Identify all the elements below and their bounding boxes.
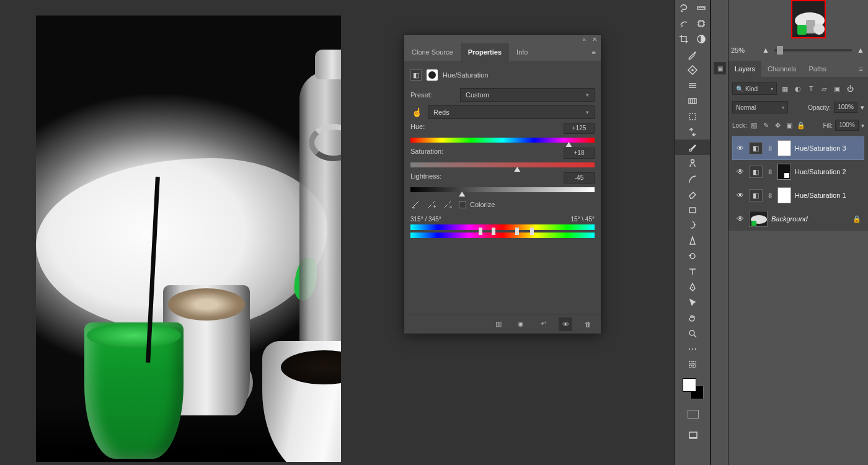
lightness-slider[interactable] <box>410 186 595 193</box>
lock-image-icon[interactable]: ✎ <box>761 121 771 130</box>
layer-mask-icon[interactable] <box>427 69 438 81</box>
visibility-toggle-icon[interactable]: 👁 <box>735 144 745 153</box>
filter-smart-icon[interactable]: ▣ <box>832 84 842 94</box>
channel-dropdown[interactable]: Reds ▾ <box>428 105 595 119</box>
fill-tool-icon[interactable] <box>675 202 710 217</box>
saturation-slider[interactable] <box>410 161 595 169</box>
close-panel-icon[interactable]: ✕ <box>592 36 597 43</box>
saturation-value-input[interactable]: +18 <box>564 148 595 159</box>
fill-value-input[interactable]: 100% <box>835 120 859 131</box>
collapsed-panel-icon[interactable]: ▣ <box>714 62 726 74</box>
history-brush-tool-icon[interactable] <box>675 170 710 186</box>
zoom-thumb[interactable] <box>777 46 783 55</box>
path-select-tool-icon[interactable] <box>675 294 710 310</box>
eyedropper-tool-icon[interactable] <box>675 46 710 62</box>
colorize-checkbox[interactable]: Colorize <box>459 201 495 208</box>
tab-channels[interactable]: Channels <box>761 61 802 77</box>
filter-type-icon[interactable]: T <box>806 84 816 94</box>
eyedropper-subtract-icon[interactable] <box>443 200 453 210</box>
foreground-color-swatch[interactable] <box>683 378 696 392</box>
opacity-value-input[interactable]: 100% <box>834 102 857 113</box>
document-canvas[interactable] <box>36 16 341 462</box>
filter-toggle-icon[interactable]: ⏻ <box>845 84 855 94</box>
delete-adjustment-button[interactable]: 🗑 <box>581 317 595 331</box>
layer-name[interactable]: Hue/Saturation 2 <box>795 168 861 175</box>
chevron-down-icon[interactable]: ▾ <box>861 104 864 112</box>
collapse-panel-icon[interactable]: « <box>582 36 586 43</box>
targeted-adjust-icon[interactable]: ☝ <box>410 107 423 117</box>
more-tools-icon[interactable]: ⋯ <box>675 341 710 356</box>
zoom-tool-icon[interactable] <box>675 326 710 341</box>
layer-row[interactable]: 👁 Background 🔒 <box>732 207 864 231</box>
lock-position-icon[interactable]: ✥ <box>773 121 782 130</box>
color-range-slider[interactable] <box>410 224 595 238</box>
zoom-percent-input[interactable]: 25% <box>731 46 757 54</box>
brush-strokes-icon[interactable] <box>675 78 710 93</box>
range-thumb-4[interactable] <box>530 228 534 235</box>
reset-button[interactable]: ↶ <box>536 317 550 331</box>
pen-tool-icon[interactable] <box>675 279 710 294</box>
lock-artboard-icon[interactable]: ▣ <box>785 121 794 130</box>
range-thumb-1[interactable] <box>479 228 482 235</box>
crop-tool-icon[interactable] <box>675 31 693 46</box>
tab-properties[interactable]: Properties <box>461 43 509 61</box>
layer-mask-thumb[interactable] <box>777 140 791 156</box>
lock-transparency-icon[interactable]: ▨ <box>750 121 759 130</box>
layer-row[interactable]: 👁 ◧ 𝟠 Hue/Saturation 1 <box>732 184 864 207</box>
tab-paths[interactable]: Paths <box>803 61 833 77</box>
visibility-toggle-icon[interactable]: 👁 <box>735 191 745 200</box>
screen-mode-button[interactable] <box>675 427 711 444</box>
lock-icon[interactable]: 🔒 <box>852 215 861 223</box>
hue-slider[interactable] <box>410 136 595 144</box>
layer-mask-thumb[interactable] <box>777 187 791 203</box>
color-swatches[interactable] <box>675 377 711 402</box>
brush-tool-icon[interactable] <box>675 140 710 155</box>
lightness-value-input[interactable]: -45 <box>564 172 595 184</box>
layer-name[interactable]: Background <box>771 215 849 223</box>
person-tool-icon[interactable] <box>675 155 710 170</box>
quick-mask-button[interactable] <box>675 405 711 423</box>
zoom-out-icon[interactable]: ▲ <box>761 46 771 55</box>
patch-tool-icon[interactable] <box>675 62 710 78</box>
layer-row[interactable]: 👁 ◧ 𝟠 Hue/Saturation 2 <box>732 160 864 184</box>
gradient-tool-icon[interactable] <box>675 93 710 108</box>
eyedropper-icon[interactable] <box>410 200 420 210</box>
tab-info[interactable]: Info <box>509 43 535 61</box>
eraser-tool-icon[interactable] <box>675 186 710 202</box>
healing-brush-tool-icon[interactable] <box>675 16 693 31</box>
hand-tool-icon[interactable] <box>675 310 710 326</box>
layer-name[interactable]: Hue/Saturation 3 <box>795 144 861 152</box>
filter-shape-icon[interactable]: ▱ <box>819 84 829 94</box>
zoom-in-icon[interactable]: ▲ <box>856 46 866 55</box>
lightness-thumb[interactable] <box>459 192 465 197</box>
clip-to-layer-button[interactable]: ▥ <box>492 317 505 331</box>
visibility-toggle-icon[interactable]: 👁 <box>735 167 745 176</box>
visibility-toggle-icon[interactable]: 👁 <box>735 215 745 223</box>
view-previous-button[interactable]: ◉ <box>514 317 528 331</box>
layer-row[interactable]: 👁 ◧ 𝟠 Hue/Saturation 3 <box>732 136 864 160</box>
preset-dropdown[interactable]: Custom ▾ <box>460 88 595 102</box>
layer-filter-dropdown[interactable]: 🔍Kind▾ <box>732 82 777 95</box>
filter-image-icon[interactable]: ▦ <box>780 84 790 94</box>
selection-tool-icon[interactable] <box>675 108 710 124</box>
panel-menu-icon[interactable]: ≡ <box>592 48 596 56</box>
tab-layers[interactable]: Layers <box>728 61 761 77</box>
hue-value-input[interactable]: +125 <box>564 123 595 134</box>
adjustment-type-icon[interactable]: ◧ <box>410 69 422 81</box>
layer-mask-thumb[interactable] <box>777 164 791 180</box>
navigator-thumbnail[interactable] <box>791 0 826 38</box>
artboard-tool-icon[interactable] <box>693 16 710 31</box>
lock-all-icon[interactable]: 🔒 <box>797 121 806 130</box>
toggle-visibility-button[interactable]: 👁 <box>559 317 572 331</box>
lasso-tool-icon[interactable] <box>675 0 693 16</box>
saturation-thumb[interactable] <box>514 167 520 172</box>
range-thumb-2[interactable] <box>492 228 495 235</box>
tab-clone-source[interactable]: Clone Source <box>404 43 461 61</box>
chevron-down-icon[interactable]: ▾ <box>861 122 864 129</box>
shape-swap-icon[interactable] <box>675 124 710 140</box>
eyedropper-add-icon[interactable] <box>427 200 436 210</box>
ruler-tool-icon[interactable] <box>693 0 710 16</box>
zoom-slider[interactable] <box>774 49 852 51</box>
sharpen-tool-icon[interactable] <box>675 232 710 248</box>
contrast-tool-icon[interactable] <box>693 31 710 46</box>
